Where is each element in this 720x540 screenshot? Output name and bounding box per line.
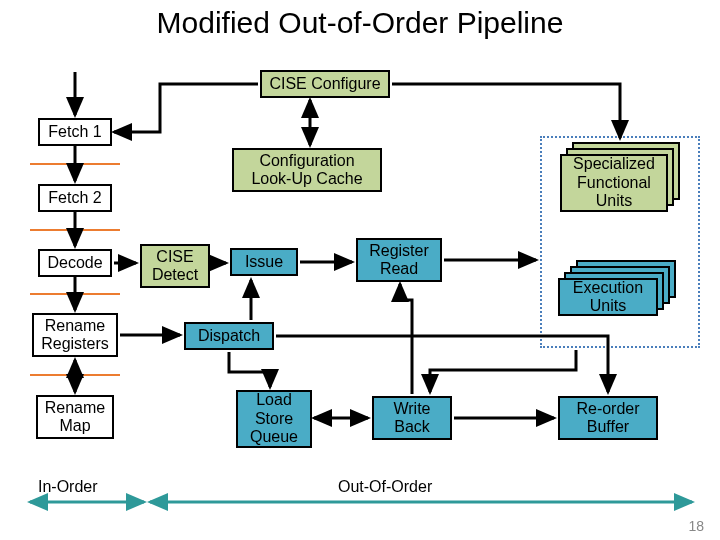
- box-load-store-queue: Load Store Queue: [236, 390, 312, 448]
- box-write-back: Write Back: [372, 396, 452, 440]
- page-number: 18: [688, 518, 704, 534]
- stage-tick: [30, 374, 120, 376]
- box-config-cache: Configuration Look-Up Cache: [232, 148, 382, 192]
- box-dispatch: Dispatch: [184, 322, 274, 350]
- box-rename-map: Rename Map: [36, 395, 114, 439]
- stack-specialized-units: Specialized Functional Units: [560, 142, 680, 212]
- page-title: Modified Out-of-Order Pipeline: [0, 6, 720, 40]
- label-out-of-order: Out-Of-Order: [338, 478, 432, 496]
- stage-tick: [30, 229, 120, 231]
- box-rename-registers: Rename Registers: [32, 313, 118, 357]
- box-fetch1: Fetch 1: [38, 118, 112, 146]
- box-cise-configure: CISE Configure: [260, 70, 390, 98]
- label-in-order: In-Order: [38, 478, 98, 496]
- box-reorder-buffer: Re-order Buffer: [558, 396, 658, 440]
- box-cise-detect: CISE Detect: [140, 244, 210, 288]
- box-decode: Decode: [38, 249, 112, 277]
- stage-tick: [30, 293, 120, 295]
- box-specialized-units: Specialized Functional Units: [560, 154, 668, 212]
- stage-tick: [30, 163, 120, 165]
- box-register-read: Register Read: [356, 238, 442, 282]
- box-execution-units: Execution Units: [558, 278, 658, 316]
- box-fetch2: Fetch 2: [38, 184, 112, 212]
- stack-execution-units: Execution Units: [558, 260, 688, 316]
- box-issue: Issue: [230, 248, 298, 276]
